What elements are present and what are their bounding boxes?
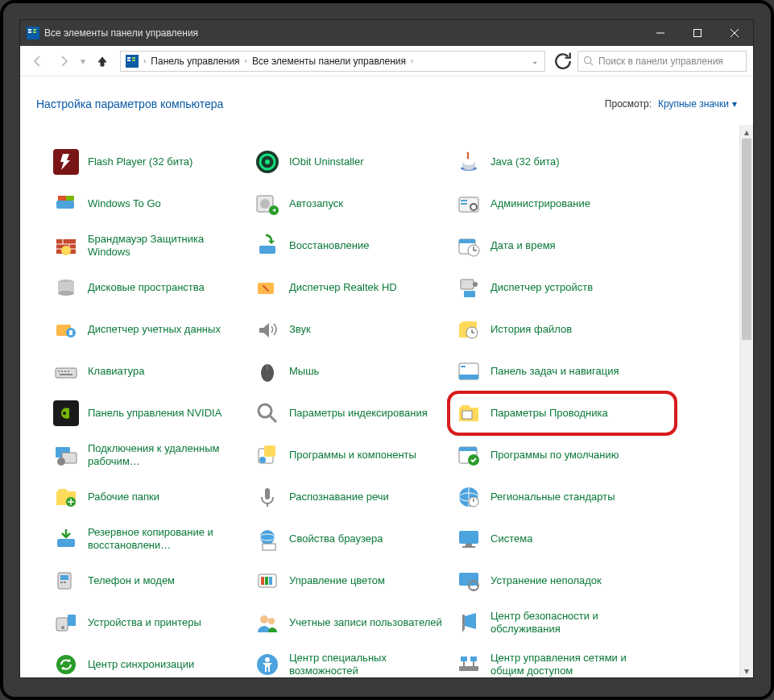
cp-item-devices[interactable]: Устройства и принтеры — [52, 602, 254, 644]
control-panel-window: Все элементы панели управления ▾ › Панел… — [20, 20, 753, 677]
flash-icon — [52, 148, 80, 176]
system-icon — [455, 525, 482, 553]
svg-point-9 — [265, 159, 270, 164]
item-label: Распознавание речи — [289, 491, 389, 503]
item-label: Автозапуск — [289, 197, 343, 210]
close-button[interactable] — [716, 20, 753, 46]
item-label: Подключения к удаленным рабочим… — [88, 442, 242, 469]
svg-point-78 — [260, 530, 275, 545]
minimize-button[interactable] — [642, 20, 679, 46]
cp-item-wingo[interactable]: Windows To Go — [52, 183, 254, 225]
search-input[interactable]: Поиск в панели управления — [577, 51, 747, 72]
cp-item-keyboard[interactable]: Клавиатура — [52, 350, 254, 392]
cp-item-filehist[interactable]: История файлов — [455, 309, 656, 350]
cp-item-remote[interactable]: Подключения к удаленным рабочим… — [52, 434, 254, 476]
cp-item-flash[interactable]: Flash Player (32 бита) — [52, 141, 254, 183]
breadcrumb-current[interactable]: Все элементы панели управления — [249, 56, 409, 67]
cp-item-workfolders[interactable]: Рабочие папки — [52, 476, 254, 518]
backup-icon — [52, 525, 80, 553]
cp-item-action[interactable]: Центр безопасности и обслуживания — [455, 602, 656, 644]
svg-rect-106 — [470, 657, 477, 661]
indexing-icon — [254, 400, 281, 427]
item-label: Центр синхронизации — [88, 658, 194, 671]
item-label: История файлов — [490, 323, 572, 336]
cp-item-phone[interactable]: Телефон и модем — [52, 560, 254, 602]
cp-item-admin[interactable]: Администрирование — [455, 183, 656, 225]
address-bar[interactable]: › Панель управления › Все элементы панел… — [120, 51, 545, 72]
svg-rect-47 — [64, 371, 66, 372]
cp-item-cred[interactable]: Диспетчер учетных данных — [52, 309, 254, 350]
cp-item-mouse[interactable]: Мышь — [254, 350, 455, 392]
chevron-right-icon[interactable]: › — [142, 56, 147, 65]
scroll-down-button[interactable]: ▾ — [740, 664, 753, 677]
cp-item-defaults[interactable]: Программы по умолчанию — [455, 434, 656, 476]
cp-item-sound[interactable]: Звук — [254, 309, 455, 350]
page-title: Настройка параметров компьютера — [36, 97, 223, 110]
cp-item-autoplay[interactable]: Автозапуск — [254, 183, 455, 225]
cp-item-users[interactable]: Учетные записи пользователей — [254, 602, 455, 644]
items-grid: Flash Player (32 бита)IObit UninstallerJ… — [52, 141, 721, 677]
svg-point-97 — [260, 615, 268, 623]
sound-icon — [254, 316, 281, 343]
explorer-icon — [455, 400, 482, 427]
cp-item-ease[interactable]: Центр специальных возможностей — [254, 644, 455, 677]
history-dropdown[interactable]: ▾ — [78, 56, 88, 67]
navigation-bar: ▾ › Панель управления › Все элементы пан… — [20, 46, 753, 77]
cp-item-programs[interactable]: Программы и компоненты — [254, 434, 455, 476]
address-dropdown[interactable]: ⌄ — [527, 56, 543, 65]
datetime-icon — [455, 232, 482, 259]
cp-item-taskbar[interactable]: Панель задач и навигация — [455, 350, 656, 392]
svg-line-58 — [270, 416, 276, 422]
cp-item-trouble[interactable]: Устранение неполадок — [455, 560, 656, 602]
svg-rect-77 — [57, 539, 75, 547]
item-label: Центр управления сетями и общим доступом — [490, 652, 645, 677]
cp-item-storage[interactable]: Дисковые пространства — [52, 267, 254, 309]
cp-item-nvidia[interactable]: Панель управления NVIDIA — [52, 392, 254, 434]
firewall-icon — [52, 232, 80, 259]
cp-item-recovery[interactable]: Восстановление — [254, 225, 455, 267]
cp-item-firewall[interactable]: Брандмауэр Защитника Windows — [52, 225, 254, 267]
svg-point-98 — [268, 618, 275, 624]
svg-rect-91 — [269, 577, 272, 585]
svg-point-62 — [57, 458, 65, 466]
forward-button[interactable] — [52, 50, 75, 72]
network-icon — [455, 651, 482, 677]
svg-rect-102 — [459, 666, 478, 671]
item-label: Программы и компоненты — [289, 449, 416, 462]
cp-item-region[interactable]: Региональные стандарты — [455, 476, 656, 518]
cp-item-java[interactable]: Java (32 бита) — [455, 141, 656, 183]
cp-item-sync[interactable]: Центр синхронизации — [52, 644, 254, 677]
workfolders-icon — [52, 483, 80, 511]
cp-item-explorer[interactable]: Параметры Проводника — [455, 392, 656, 434]
scrollbar[interactable]: ▴ ▾ — [739, 125, 753, 677]
viewby-dropdown[interactable]: Крупные значки▾ — [658, 98, 737, 110]
cp-item-color[interactable]: Управление цветом — [254, 560, 455, 602]
cp-item-backup[interactable]: Резервное копирование и восстановлени… — [52, 518, 254, 560]
refresh-button[interactable] — [552, 51, 574, 72]
up-button[interactable] — [91, 50, 114, 72]
item-label: Flash Player (32 бита) — [88, 155, 192, 168]
page-header: Настройка параметров компьютера Просмотр… — [20, 77, 753, 125]
item-label: Система — [490, 532, 532, 545]
color-icon — [254, 567, 281, 594]
cp-item-devmgr[interactable]: Диспетчер устройств — [455, 267, 656, 309]
maximize-button[interactable] — [679, 20, 716, 46]
item-label: Управление цветом — [289, 574, 385, 587]
control-panel-icon — [27, 27, 39, 39]
cp-item-iobit[interactable]: IObit Uninstaller — [254, 141, 455, 183]
chevron-right-icon[interactable]: › — [409, 56, 415, 65]
scroll-thumb[interactable] — [742, 139, 751, 340]
scroll-up-button[interactable]: ▴ — [740, 125, 753, 139]
back-button[interactable] — [27, 50, 49, 72]
cp-item-system[interactable]: Система — [455, 518, 656, 560]
cp-item-realtek[interactable]: Диспетчер Realtek HD — [254, 267, 455, 309]
chevron-right-icon[interactable]: › — [243, 56, 249, 65]
cp-item-speech[interactable]: Распознавание речи — [254, 476, 455, 518]
cp-item-datetime[interactable]: Дата и время — [455, 225, 656, 267]
item-label: Устранение неполадок — [490, 574, 602, 587]
breadcrumb-root[interactable]: Панель управления — [147, 56, 242, 67]
cp-item-network[interactable]: Центр управления сетями и общим доступом — [455, 644, 656, 677]
cred-icon — [52, 316, 80, 343]
cp-item-indexing[interactable]: Параметры индексирования — [254, 392, 455, 434]
cp-item-inetopt[interactable]: Свойства браузера — [254, 518, 455, 560]
